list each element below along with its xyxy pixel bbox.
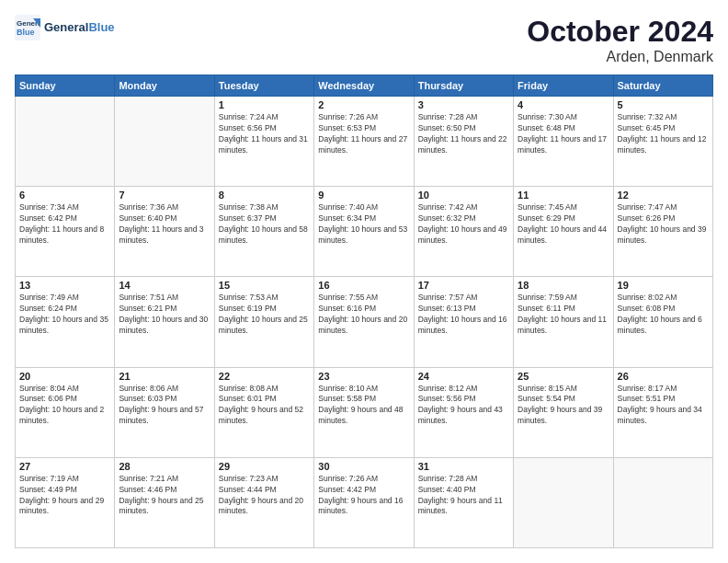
day-number: 19 xyxy=(618,280,709,291)
table-row: 5Sunrise: 7:32 AM Sunset: 6:45 PM Daylig… xyxy=(613,97,712,187)
table-row: 27Sunrise: 7:19 AM Sunset: 4:49 PM Dayli… xyxy=(16,457,115,547)
logo: General Blue GeneralBlue xyxy=(15,15,115,40)
table-row: 11Sunrise: 7:45 AM Sunset: 6:29 PM Dayli… xyxy=(514,187,613,277)
day-info: Sunrise: 7:36 AM Sunset: 6:40 PM Dayligh… xyxy=(119,202,210,247)
day-number: 15 xyxy=(219,280,310,291)
day-info: Sunrise: 7:49 AM Sunset: 6:24 PM Dayligh… xyxy=(19,293,110,337)
day-number: 23 xyxy=(318,371,409,382)
day-info: Sunrise: 7:45 AM Sunset: 6:29 PM Dayligh… xyxy=(518,202,609,247)
col-monday: Monday xyxy=(115,75,214,97)
day-info: Sunrise: 8:17 AM Sunset: 5:51 PM Dayligh… xyxy=(618,384,709,428)
day-number: 7 xyxy=(119,190,210,201)
day-info: Sunrise: 7:32 AM Sunset: 6:45 PM Dayligh… xyxy=(618,112,709,156)
day-info: Sunrise: 8:08 AM Sunset: 6:01 PM Dayligh… xyxy=(219,384,310,428)
table-row: 24Sunrise: 8:12 AM Sunset: 5:56 PM Dayli… xyxy=(414,367,513,457)
table-row: 12Sunrise: 7:47 AM Sunset: 6:26 PM Dayli… xyxy=(613,187,712,277)
day-number: 25 xyxy=(518,371,609,382)
day-info: Sunrise: 7:47 AM Sunset: 6:26 PM Dayligh… xyxy=(618,202,709,247)
day-number: 10 xyxy=(418,190,509,201)
table-row xyxy=(613,457,712,547)
day-number: 16 xyxy=(318,280,409,291)
table-row: 25Sunrise: 8:15 AM Sunset: 5:54 PM Dayli… xyxy=(514,367,613,457)
day-number: 20 xyxy=(19,371,110,382)
table-row: 10Sunrise: 7:42 AM Sunset: 6:32 PM Dayli… xyxy=(414,187,513,277)
day-info: Sunrise: 7:24 AM Sunset: 6:56 PM Dayligh… xyxy=(219,112,310,156)
day-number: 17 xyxy=(418,280,509,291)
day-number: 3 xyxy=(418,99,509,110)
table-row xyxy=(115,97,214,187)
table-row: 31Sunrise: 7:28 AM Sunset: 4:40 PM Dayli… xyxy=(414,457,513,547)
day-number: 27 xyxy=(19,461,110,472)
col-sunday: Sunday xyxy=(16,75,115,97)
table-row: 15Sunrise: 7:53 AM Sunset: 6:19 PM Dayli… xyxy=(214,277,313,367)
logo-general: General xyxy=(44,20,88,34)
calendar-week-row: 1Sunrise: 7:24 AM Sunset: 6:56 PM Daylig… xyxy=(16,97,713,187)
day-info: Sunrise: 8:10 AM Sunset: 5:58 PM Dayligh… xyxy=(318,384,409,428)
day-number: 2 xyxy=(318,99,409,110)
day-number: 26 xyxy=(618,371,709,382)
day-number: 12 xyxy=(618,190,709,201)
logo-icon: General Blue xyxy=(15,15,40,40)
header: General Blue GeneralBlue October 2024 Ar… xyxy=(15,15,713,65)
day-number: 14 xyxy=(119,280,210,291)
day-info: Sunrise: 7:28 AM Sunset: 6:50 PM Dayligh… xyxy=(418,112,509,156)
day-number: 5 xyxy=(618,99,709,110)
day-number: 24 xyxy=(418,371,509,382)
day-info: Sunrise: 7:30 AM Sunset: 6:48 PM Dayligh… xyxy=(518,112,609,156)
table-row: 17Sunrise: 7:57 AM Sunset: 6:13 PM Dayli… xyxy=(414,277,513,367)
day-number: 9 xyxy=(318,190,409,201)
calendar-week-row: 20Sunrise: 8:04 AM Sunset: 6:06 PM Dayli… xyxy=(16,367,713,457)
day-info: Sunrise: 7:55 AM Sunset: 6:16 PM Dayligh… xyxy=(318,293,409,337)
col-wednesday: Wednesday xyxy=(314,75,414,97)
day-info: Sunrise: 7:38 AM Sunset: 6:37 PM Dayligh… xyxy=(219,202,310,247)
calendar-week-row: 6Sunrise: 7:34 AM Sunset: 6:42 PM Daylig… xyxy=(16,187,713,277)
day-info: Sunrise: 7:23 AM Sunset: 4:44 PM Dayligh… xyxy=(219,474,310,518)
day-info: Sunrise: 7:42 AM Sunset: 6:32 PM Dayligh… xyxy=(418,202,509,247)
svg-text:Blue: Blue xyxy=(17,28,35,37)
day-number: 21 xyxy=(119,371,210,382)
day-number: 18 xyxy=(518,280,609,291)
day-info: Sunrise: 7:40 AM Sunset: 6:34 PM Dayligh… xyxy=(318,202,409,247)
table-row: 22Sunrise: 8:08 AM Sunset: 6:01 PM Dayli… xyxy=(214,367,313,457)
day-info: Sunrise: 8:06 AM Sunset: 6:03 PM Dayligh… xyxy=(119,384,210,428)
table-row: 3Sunrise: 7:28 AM Sunset: 6:50 PM Daylig… xyxy=(414,97,513,187)
table-row: 8Sunrise: 7:38 AM Sunset: 6:37 PM Daylig… xyxy=(214,187,313,277)
day-info: Sunrise: 8:12 AM Sunset: 5:56 PM Dayligh… xyxy=(418,384,509,428)
title-block: October 2024 Arden, Denmark xyxy=(527,15,713,65)
col-tuesday: Tuesday xyxy=(214,75,313,97)
day-info: Sunrise: 7:28 AM Sunset: 4:40 PM Dayligh… xyxy=(418,474,509,518)
table-row: 2Sunrise: 7:26 AM Sunset: 6:53 PM Daylig… xyxy=(314,97,414,187)
table-row: 7Sunrise: 7:36 AM Sunset: 6:40 PM Daylig… xyxy=(115,187,214,277)
day-info: Sunrise: 7:21 AM Sunset: 4:46 PM Dayligh… xyxy=(119,474,210,518)
day-info: Sunrise: 7:57 AM Sunset: 6:13 PM Dayligh… xyxy=(418,293,509,337)
day-number: 31 xyxy=(418,461,509,472)
day-info: Sunrise: 7:19 AM Sunset: 4:49 PM Dayligh… xyxy=(19,474,110,518)
col-friday: Friday xyxy=(514,75,613,97)
table-row: 28Sunrise: 7:21 AM Sunset: 4:46 PM Dayli… xyxy=(115,457,214,547)
table-row xyxy=(514,457,613,547)
table-row: 6Sunrise: 7:34 AM Sunset: 6:42 PM Daylig… xyxy=(16,187,115,277)
table-row: 9Sunrise: 7:40 AM Sunset: 6:34 PM Daylig… xyxy=(314,187,414,277)
day-info: Sunrise: 8:15 AM Sunset: 5:54 PM Dayligh… xyxy=(518,384,609,428)
day-info: Sunrise: 7:34 AM Sunset: 6:42 PM Dayligh… xyxy=(19,202,110,247)
day-info: Sunrise: 7:51 AM Sunset: 6:21 PM Dayligh… xyxy=(119,293,210,337)
day-info: Sunrise: 8:02 AM Sunset: 6:08 PM Dayligh… xyxy=(618,293,709,337)
day-number: 13 xyxy=(19,280,110,291)
table-row: 26Sunrise: 8:17 AM Sunset: 5:51 PM Dayli… xyxy=(613,367,712,457)
day-info: Sunrise: 8:04 AM Sunset: 6:06 PM Dayligh… xyxy=(19,384,110,428)
calendar-table: Sunday Monday Tuesday Wednesday Thursday… xyxy=(15,75,713,548)
col-thursday: Thursday xyxy=(414,75,513,97)
day-info: Sunrise: 7:26 AM Sunset: 4:42 PM Dayligh… xyxy=(318,474,409,518)
calendar-week-row: 13Sunrise: 7:49 AM Sunset: 6:24 PM Dayli… xyxy=(16,277,713,367)
month-title: October 2024 xyxy=(527,15,713,49)
day-number: 1 xyxy=(219,99,310,110)
table-row xyxy=(16,97,115,187)
table-row: 20Sunrise: 8:04 AM Sunset: 6:06 PM Dayli… xyxy=(16,367,115,457)
logo-blue: Blue xyxy=(88,20,114,34)
table-row: 18Sunrise: 7:59 AM Sunset: 6:11 PM Dayli… xyxy=(514,277,613,367)
page: General Blue GeneralBlue October 2024 Ar… xyxy=(0,0,728,563)
col-saturday: Saturday xyxy=(613,75,712,97)
table-row: 21Sunrise: 8:06 AM Sunset: 6:03 PM Dayli… xyxy=(115,367,214,457)
day-number: 29 xyxy=(219,461,310,472)
day-number: 28 xyxy=(119,461,210,472)
